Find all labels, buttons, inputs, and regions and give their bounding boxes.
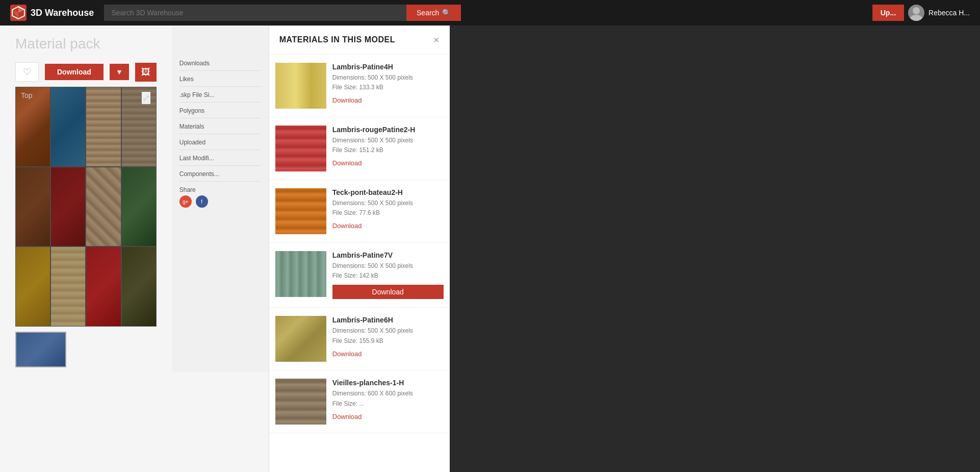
material-thumb-patine6h — [275, 316, 326, 362]
image-icon: 🖼 — [141, 67, 150, 78]
material-dimensions-rouge2h: Dimensions: 500 X 500 pixels — [332, 136, 444, 145]
avatar-icon — [908, 5, 924, 21]
materials-title: MATERIALS IN THIS MODEL — [279, 35, 395, 44]
more-button[interactable]: ▼ — [110, 64, 129, 80]
material-item-rouge2h: Lambris-rougePatine2-H Dimensions: 500 X… — [269, 117, 450, 180]
material-filesize-patine7v: File Size: 142 kB — [332, 271, 444, 281]
material-thumb-lambris4h — [275, 63, 326, 109]
meta-skp-size[interactable]: .skp File Si... — [179, 88, 261, 103]
material-item-teck2h: Teck-pont-bateau2-H Dimensions: 500 X 50… — [269, 180, 450, 243]
model-meta-sidebar: Downloads Likes .skp File Si... Polygons… — [172, 26, 269, 372]
meta-polygons[interactable]: Polygons — [179, 104, 261, 118]
material-filesize-patine6h: File Size: 155.9 kB — [332, 336, 444, 346]
share-icons: g+ f — [179, 195, 261, 208]
search-input[interactable] — [104, 5, 406, 21]
main-top: Material pack ♡ Download ▼ 🖼 Top ⤢ — [0, 26, 269, 372]
material-info-patine6h: Lambris-Patine6H Dimensions: 500 X 500 p… — [332, 316, 444, 358]
share-area: Share g+ f — [179, 183, 261, 211]
material-dimensions-vieilles: Dimensions: 600 X 600 pixels — [332, 389, 444, 399]
meta-materials[interactable]: Materials — [179, 119, 261, 134]
material-info-lambris4h: Lambris-Patine4H Dimensions: 500 X 500 p… — [332, 63, 444, 105]
thumbnail-section — [0, 327, 172, 372]
left-content: Material pack ♡ Download ▼ 🖼 Top ⤢ — [0, 26, 269, 472]
user-area: Up... Rebecca H... — [872, 5, 970, 21]
material-name-lambris4h: Lambris-Patine4H — [332, 63, 444, 71]
avatar — [908, 5, 924, 21]
image-icon-button[interactable]: 🖼 — [135, 63, 157, 82]
material-info-vieilles: Vieilles-planches-1-H Dimensions: 600 X … — [332, 379, 444, 420]
material-download-teck2h[interactable]: Download — [332, 222, 362, 230]
logo-text: 3D Warehouse — [31, 8, 94, 18]
material-download-patine7v[interactable]: Download — [332, 285, 444, 299]
facebook-share-icon[interactable]: f — [196, 195, 208, 208]
expand-button[interactable]: ⤢ — [141, 91, 151, 105]
material-thumb-teck2h — [275, 188, 326, 234]
grid-cell-10 — [51, 247, 85, 326]
material-filesize-teck2h: File Size: 77.6 kB — [332, 208, 444, 218]
meta-last-modified[interactable]: Last Modifi... — [179, 151, 261, 166]
material-item-patine6h: Lambris-Patine6H Dimensions: 500 X 500 p… — [269, 308, 450, 370]
search-icon: 🔍 — [442, 9, 451, 17]
material-dimensions-lambris4h: Dimensions: 500 X 500 pixels — [332, 73, 444, 83]
download-main-button[interactable]: Download — [45, 64, 104, 80]
header: 3D Warehouse Search 🔍 Up... Rebecca H... — [0, 0, 980, 26]
svg-point-5 — [910, 15, 922, 21]
material-info-patine7v: Lambris-Patine7V Dimensions: 500 X 500 p… — [332, 251, 444, 299]
grid-cell-7 — [86, 167, 120, 246]
material-filesize-rouge2h: File Size: 151.2 kB — [332, 145, 444, 155]
model-viewer: Top ⤢ — [15, 87, 157, 327]
search-label: Search — [417, 9, 439, 17]
material-dimensions-patine6h: Dimensions: 500 X 500 pixels — [332, 326, 444, 336]
meta-uploaded[interactable]: Uploaded — [179, 135, 261, 150]
logo-icon — [10, 5, 27, 21]
grid-cell-2 — [51, 87, 85, 166]
material-download-rouge2h[interactable]: Download — [332, 159, 362, 167]
svg-point-4 — [913, 7, 920, 14]
grid-cell-8 — [122, 167, 156, 246]
google-share-icon[interactable]: g+ — [179, 195, 192, 208]
materials-header: MATERIALS IN THIS MODEL × — [269, 26, 450, 55]
meta-components[interactable]: Components... — [179, 167, 261, 182]
material-download-lambris4h[interactable]: Download — [332, 96, 362, 104]
material-download-patine6h[interactable]: Download — [332, 350, 362, 358]
material-name-patine6h: Lambris-Patine6H — [332, 316, 444, 324]
logo-area: 3D Warehouse — [10, 5, 94, 21]
grid-cell-11 — [86, 247, 120, 326]
main-layout: Material pack ♡ Download ▼ 🖼 Top ⤢ — [0, 26, 980, 472]
grid-cell-9 — [16, 247, 50, 326]
search-button[interactable]: Search 🔍 — [406, 5, 461, 21]
top-label: Top — [21, 91, 33, 100]
materials-panel: MATERIALS IN THIS MODEL × Lambris-Patine… — [269, 26, 450, 472]
material-name-patine7v: Lambris-Patine7V — [332, 251, 444, 259]
viewer-section: Material pack ♡ Download ▼ 🖼 Top ⤢ — [0, 26, 172, 372]
close-button[interactable]: × — [433, 35, 440, 45]
page-title: Material pack — [15, 36, 157, 52]
grid-cell-12 — [122, 247, 156, 326]
material-info-teck2h: Teck-pont-bateau2-H Dimensions: 500 X 50… — [332, 188, 444, 230]
thumbnail-small[interactable] — [15, 332, 66, 367]
meta-likes[interactable]: Likes — [179, 72, 261, 87]
search-bar: Search 🔍 — [104, 5, 461, 21]
material-thumb-patine7v — [275, 251, 326, 297]
heart-icon: ♡ — [23, 66, 31, 78]
material-dimensions-patine7v: Dimensions: 500 X 500 pixels — [332, 261, 444, 271]
meta-downloads[interactable]: Downloads — [179, 56, 261, 71]
material-filesize-lambris4h: File Size: 133.3 kB — [332, 83, 444, 92]
materials-list[interactable]: Lambris-Patine4H Dimensions: 500 X 500 p… — [269, 55, 450, 472]
material-name-vieilles: Vieilles-planches-1-H — [332, 379, 444, 387]
grid-cell-5 — [16, 167, 50, 246]
material-thumb-vieilles — [275, 379, 326, 425]
like-button[interactable]: ♡ — [15, 62, 39, 82]
share-label: Share — [179, 186, 261, 193]
material-dimensions-teck2h: Dimensions: 500 X 500 pixels — [332, 198, 444, 208]
grid-cell-3 — [86, 87, 120, 166]
material-filesize-vieilles: File Size: ... — [332, 399, 444, 409]
material-item-lambris4h: Lambris-Patine4H Dimensions: 500 X 500 p… — [269, 55, 450, 117]
material-thumb-rouge2h — [275, 126, 326, 171]
grid-cell-6 — [51, 167, 85, 246]
material-item-patine7v: Lambris-Patine7V Dimensions: 500 X 500 p… — [269, 243, 450, 308]
material-info-rouge2h: Lambris-rougePatine2-H Dimensions: 500 X… — [332, 126, 444, 167]
material-download-vieilles[interactable]: Download — [332, 413, 362, 420]
upload-button[interactable]: Up... — [872, 5, 904, 21]
material-name-rouge2h: Lambris-rougePatine2-H — [332, 126, 444, 134]
